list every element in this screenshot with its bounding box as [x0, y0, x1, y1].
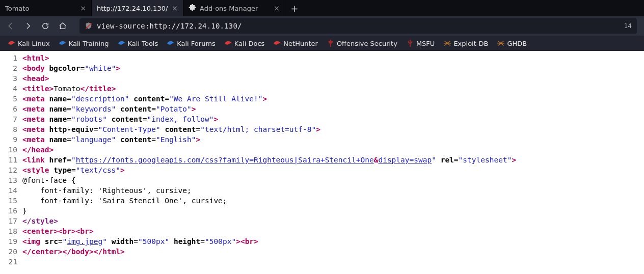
lnum: 20 [0, 246, 22, 257]
bookmark-label: NetHunter [283, 40, 318, 47]
tab-addons[interactable]: Add-ons Manager × [183, 0, 285, 16]
line: 12<style type="text/css"> [0, 165, 644, 175]
lnum: 17 [0, 216, 22, 226]
dragon-icon [118, 40, 125, 47]
lnum: 7 [0, 114, 22, 124]
lnum: 5 [0, 94, 22, 104]
bookmark-kali-forums[interactable]: Kali Forums [163, 38, 220, 49]
bookmark-label: Exploit-DB [453, 40, 488, 47]
bookmark-label: GHDB [507, 40, 527, 47]
forward-button[interactable] [20, 18, 36, 34]
bookmark-kali-tools[interactable]: Kali Tools [114, 38, 163, 49]
dragon-icon [167, 40, 174, 47]
close-icon[interactable]: × [274, 4, 280, 12]
line: 1<html> [0, 53, 644, 63]
bookmark-label: Kali Training [69, 40, 109, 47]
lnum: 4 [0, 84, 22, 94]
bookmark-label: Kali Linux [18, 40, 50, 47]
line: 21 [0, 257, 644, 267]
home-button[interactable] [55, 18, 70, 34]
line: 13@font-face { [0, 175, 644, 185]
bookmark-label: Offensive Security [337, 40, 397, 47]
svg-point-1 [447, 42, 449, 44]
line: 10</head> [0, 145, 644, 155]
tab-bar: Tomato × http://172.24.10.130/ × Add-ons… [0, 0, 644, 16]
tab-source[interactable]: http://172.24.10.130/ × [92, 0, 183, 16]
tab-label: Add-ons Manager [200, 5, 270, 12]
close-icon[interactable]: × [80, 4, 86, 12]
new-tab-button[interactable]: + [285, 0, 304, 16]
lnum: 2 [0, 63, 22, 73]
lnum: 15 [0, 196, 22, 206]
bookmarks-bar: Kali Linux Kali Training Kali Tools Kali… [0, 36, 644, 51]
tab-tomato[interactable]: Tomato × [0, 0, 92, 16]
lnum: 9 [0, 134, 22, 145]
line: 15 font-family: 'Saira Stencil One', cur… [0, 196, 644, 206]
line: 4<title>Tomato</title> [0, 84, 644, 94]
bookmark-nethunter[interactable]: NetHunter [270, 38, 322, 49]
line: 7<meta name="robots" content="index, fol… [0, 114, 644, 124]
lnum: 18 [0, 226, 22, 236]
dragon-icon [59, 40, 66, 47]
line: 2<body bgcolor="white"> [0, 63, 644, 73]
bookmark-label: MSFU [416, 40, 435, 47]
lnum: 8 [0, 124, 22, 134]
bookmark-kali-linux[interactable]: Kali Linux [4, 38, 54, 49]
lnum: 12 [0, 165, 22, 175]
spider-icon [444, 40, 451, 47]
lnum: 19 [0, 236, 22, 246]
bookmark-kali-docs[interactable]: Kali Docs [221, 38, 269, 49]
line: 5<meta name="description" content="We Ar… [0, 94, 644, 104]
back-button[interactable] [3, 18, 18, 34]
lnum: 16 [0, 206, 22, 216]
lnum: 14 [0, 185, 22, 196]
nav-bar: view-source:http://172.24.10.130/ 14 [0, 16, 644, 36]
line: 11<link href="https://fonts.googleapis.c… [0, 155, 644, 165]
puzzle-icon [189, 4, 197, 12]
bookmark-label: Kali Tools [128, 40, 158, 47]
line: 9<meta name="language" content="English"… [0, 134, 644, 145]
line: 20</center></body></html> [0, 246, 644, 257]
bookmark-msfu[interactable]: MSFU [403, 38, 439, 49]
bookmark-offensive-security[interactable]: Offensive Security [323, 38, 401, 49]
bookmark-kali-training[interactable]: Kali Training [55, 38, 113, 49]
lnum: 1 [0, 53, 22, 63]
url-link[interactable]: https://fonts.googleapis.com/css?family=… [76, 156, 374, 164]
lnum: 3 [0, 73, 22, 84]
trident-icon [327, 40, 334, 47]
line: 6<meta name="keywords" content="Potato"> [0, 104, 644, 114]
url-text: view-source:http://172.24.10.130/ [97, 22, 620, 30]
bookmark-ghdb[interactable]: GHDB [493, 38, 531, 49]
lnum: 13 [0, 175, 22, 185]
view-source-content[interactable]: 1<html> 2<body bgcolor="white"> 3<head> … [0, 51, 644, 269]
url-link[interactable]: display=swap [378, 156, 432, 164]
reload-button[interactable] [38, 18, 53, 34]
line: 19<img src="img.jpeg" width="500px" heig… [0, 236, 644, 246]
spider-icon [497, 40, 504, 47]
line: 8<meta http-equiv="Content-Type" content… [0, 124, 644, 134]
line: 17</style> [0, 216, 644, 226]
url-link[interactable]: img.jpeg [67, 237, 102, 245]
line: 3<head> [0, 73, 644, 84]
svg-point-2 [500, 42, 502, 44]
lnum: 11 [0, 155, 22, 165]
dragon-icon [225, 40, 232, 47]
line: 16} [0, 206, 644, 216]
lnum: 6 [0, 104, 22, 114]
bookmark-exploitdb[interactable]: Exploit-DB [440, 38, 492, 49]
url-bar[interactable]: view-source:http://172.24.10.130/ 14 [79, 18, 637, 34]
url-right-meta: 14 [620, 22, 632, 30]
line: 18<center><br><br> [0, 226, 644, 236]
bookmark-label: Kali Forums [177, 40, 216, 47]
dragon-icon [8, 40, 15, 47]
close-icon[interactable]: × [172, 4, 178, 12]
insecure-shield-icon [85, 22, 93, 30]
tab-label: http://172.24.10.130/ [97, 5, 168, 12]
line: 14 font-family: 'Righteous', cursive; [0, 185, 644, 196]
lnum: 10 [0, 145, 22, 155]
trident-icon [407, 40, 414, 47]
tab-label: Tomato [5, 5, 76, 12]
bookmark-label: Kali Docs [234, 40, 265, 47]
lnum: 21 [0, 257, 22, 267]
dragon-icon [274, 40, 281, 47]
